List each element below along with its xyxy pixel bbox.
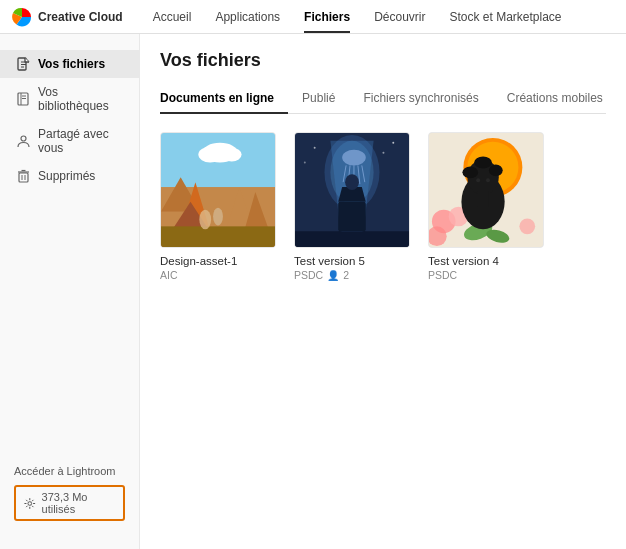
svg-point-47 [392, 142, 394, 144]
sub-tab-creations-mobiles[interactable]: Créations mobiles [493, 85, 617, 113]
sub-tab-fichiers-synchronises[interactable]: Fichiers synchronisés [349, 85, 492, 113]
file-thumb-design-asset-1 [160, 132, 276, 248]
sidebar-label-partage: Partagé avec vous [38, 127, 123, 155]
file-card-test-version-4[interactable]: Test version 4 PSDC [428, 132, 544, 281]
svg-rect-39 [338, 202, 366, 231]
main-content: Vos fichiers Documents en ligne Publié F… [140, 34, 626, 549]
svg-point-46 [382, 152, 384, 154]
svg-point-41 [345, 174, 359, 190]
file-meta-design-asset-1: AIC [160, 269, 276, 281]
file-meta-test-version-4: PSDC [428, 269, 544, 281]
sidebar-label-supprimes: Supprimés [38, 169, 95, 183]
trash-icon [16, 169, 30, 183]
svg-rect-26 [161, 226, 275, 247]
page-title: Vos fichiers [160, 50, 606, 71]
svg-point-9 [21, 136, 26, 141]
sub-tabs: Documents en ligne Publié Fichiers synch… [160, 85, 606, 114]
collaborator-icon: 👤 [327, 270, 339, 281]
svg-point-19 [222, 148, 242, 162]
sub-tab-documents-en-ligne[interactable]: Documents en ligne [160, 85, 288, 113]
storage-badge[interactable]: 373,3 Mo utilisés [14, 485, 125, 521]
file-grid: Design-asset-1 AIC [160, 132, 606, 281]
nav-item-decouvrir[interactable]: Découvrir [362, 0, 437, 33]
sidebar-item-vos-fichiers[interactable]: Vos fichiers [0, 50, 139, 78]
sidebar-item-bibliotheques[interactable]: Vos bibliothèques [0, 78, 139, 120]
file-meta-test-version-5: PSDC 👤 2 [294, 269, 410, 281]
file-card-test-version-5[interactable]: Test version 5 PSDC 👤 2 [294, 132, 410, 281]
sidebar-label-bibliotheques: Vos bibliothèques [38, 85, 123, 113]
file-card-design-asset-1[interactable]: Design-asset-1 AIC [160, 132, 276, 281]
file-title-design-asset-1: Design-asset-1 [160, 255, 276, 267]
svg-point-45 [314, 147, 316, 149]
sub-tab-publie[interactable]: Publié [288, 85, 349, 113]
brand-name: Creative Cloud [38, 10, 123, 24]
brand[interactable]: Creative Cloud [12, 7, 123, 27]
svg-point-48 [304, 162, 306, 164]
user-icon [16, 134, 30, 148]
layout: Vos fichiers Vos bibliothèques [0, 34, 626, 549]
svg-point-15 [28, 501, 32, 505]
sidebar: Vos fichiers Vos bibliothèques [0, 34, 140, 549]
file-thumb-test-version-4 [428, 132, 544, 248]
svg-rect-10 [19, 173, 28, 182]
sidebar-top: Vos fichiers Vos bibliothèques [0, 50, 139, 453]
file-type-test-version-4: PSDC [428, 269, 457, 281]
svg-point-33 [342, 150, 366, 166]
sidebar-label-vos-fichiers: Vos fichiers [38, 57, 105, 71]
svg-point-55 [519, 219, 535, 235]
nav-item-accueil[interactable]: Accueil [141, 0, 204, 33]
top-nav: Creative Cloud Accueil Applications Fich… [0, 0, 626, 34]
file-thumb-test-version-5 [294, 132, 410, 248]
collaborator-count: 2 [343, 269, 349, 281]
svg-point-64 [476, 178, 480, 182]
sidebar-item-partage[interactable]: Partagé avec vous [0, 120, 139, 162]
svg-point-18 [198, 147, 222, 163]
svg-point-27 [199, 210, 211, 230]
gear-icon [24, 497, 36, 510]
nav-item-applications[interactable]: Applications [203, 0, 292, 33]
file-icon [16, 57, 30, 71]
svg-rect-44 [295, 231, 409, 247]
file-title-test-version-4: Test version 4 [428, 255, 544, 267]
svg-point-65 [486, 178, 490, 182]
nav-item-stock[interactable]: Stock et Marketplace [437, 0, 573, 33]
storage-text: 373,3 Mo utilisés [42, 491, 115, 515]
book-icon [16, 92, 30, 106]
svg-point-61 [474, 157, 492, 169]
file-type-design-asset-1: AIC [160, 269, 178, 281]
nav-item-fichiers[interactable]: Fichiers [292, 0, 362, 33]
svg-rect-63 [477, 192, 489, 207]
lightroom-link[interactable]: Accéder à Lightroom [14, 465, 125, 477]
svg-point-62 [489, 164, 503, 176]
sidebar-bottom: Accéder à Lightroom 373,3 Mo utilisés [0, 453, 139, 533]
file-title-test-version-5: Test version 5 [294, 255, 410, 267]
svg-point-60 [462, 166, 478, 178]
brand-logo-icon [12, 7, 32, 27]
svg-point-28 [213, 208, 223, 226]
nav-items: Accueil Applications Fichiers Découvrir … [141, 0, 574, 33]
sidebar-item-supprimes[interactable]: Supprimés [0, 162, 139, 190]
file-type-test-version-5: PSDC [294, 269, 323, 281]
